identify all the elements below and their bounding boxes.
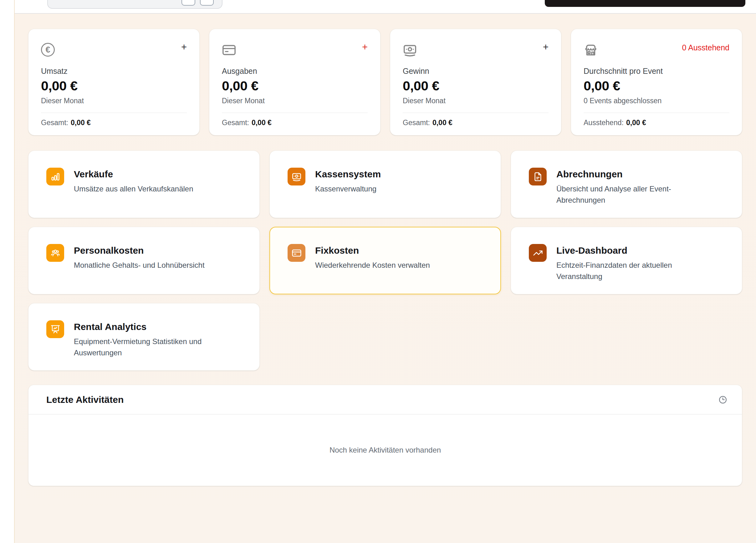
- nav-grid: Verkäufe Umsätze aus allen Verkaufskanäl…: [28, 151, 742, 371]
- trending-up-icon: [529, 244, 547, 262]
- file-text-icon: [529, 168, 547, 186]
- stat-card-ausgaben: + Ausgaben 0,00 € Dieser Monat Gesamt:0,…: [209, 29, 381, 136]
- stat-period: Dieser Monat: [222, 97, 368, 105]
- presentation-icon: [46, 320, 64, 338]
- app-root: € + Umsatz 0,00 € Dieser Monat Gesamt:0,…: [0, 0, 756, 543]
- nav-card-subtitle: Wiederkehrende Kosten verwalten: [315, 260, 430, 271]
- store-icon: [584, 43, 598, 57]
- add-umsatz-button[interactable]: +: [181, 43, 187, 52]
- stat-value: 0,00 €: [222, 78, 368, 94]
- credit-card-icon: [222, 43, 236, 57]
- activities-title: Letzte Aktivitäten: [46, 394, 124, 405]
- nav-card-title: Live-Dashboard: [556, 245, 703, 256]
- dashboard-content: € + Umsatz 0,00 € Dieser Monat Gesamt:0,…: [15, 14, 756, 543]
- ausstehend-badge: 0 Ausstehend: [682, 43, 729, 52]
- clock-icon: [718, 395, 727, 404]
- stat-footer-value: 0,00 €: [71, 119, 91, 127]
- nav-card-subtitle: Equipment-Vermietung Statistiken und Aus…: [74, 336, 221, 358]
- stat-title: Umsatz: [41, 67, 187, 76]
- nav-card-subtitle: Echtzeit-Finanzdaten der aktuellen Veran…: [556, 260, 703, 282]
- stat-period: Dieser Monat: [403, 97, 549, 105]
- stat-footer-label: Gesamt:: [403, 119, 430, 127]
- stat-value: 0,00 €: [403, 78, 549, 94]
- stat-title: Gewinn: [403, 67, 549, 76]
- activities-header: Letzte Aktivitäten: [28, 385, 742, 414]
- nav-card-text: Live-Dashboard Echtzeit-Finanzdaten der …: [556, 244, 703, 282]
- stat-footer-value: 0,00 €: [432, 119, 452, 127]
- activities-empty-message: Noch keine Aktivitäten vorhanden: [329, 446, 441, 454]
- stat-footer-value: 0,00 €: [626, 119, 646, 127]
- divider: [41, 113, 187, 113]
- nav-card-kassensystem[interactable]: Kassensystem Kassenverwaltung: [269, 151, 501, 218]
- stat-footer: Ausstehend:0,00 €: [584, 119, 729, 127]
- nav-card-text: Fixkosten Wiederkehrende Kosten verwalte…: [315, 244, 430, 271]
- bar-chart-icon: [46, 168, 64, 186]
- divider: [403, 113, 549, 113]
- stat-value: 0,00 €: [584, 78, 729, 94]
- panel-button-1[interactable]: [181, 0, 195, 6]
- nav-card-title: Personalkosten: [74, 245, 205, 256]
- nav-card-subtitle: Kassenverwaltung: [315, 183, 381, 195]
- stat-footer-label: Ausstehend:: [584, 119, 624, 127]
- add-gewinn-button[interactable]: +: [543, 43, 549, 52]
- nav-card-title: Verkäufe: [74, 168, 193, 180]
- banknote-icon: [288, 168, 305, 186]
- nav-card-subtitle: Monatliche Gehalts- und Lohnübersicht: [74, 260, 205, 271]
- euro-circle-icon: €: [41, 43, 55, 57]
- nav-card-title: Kassensystem: [315, 168, 381, 180]
- stat-footer: Gesamt:0,00 €: [222, 119, 368, 127]
- topbar: [15, 0, 756, 14]
- stat-value: 0,00 €: [41, 78, 187, 94]
- stats-grid: € + Umsatz 0,00 € Dieser Monat Gesamt:0,…: [28, 29, 742, 136]
- activities-body: Noch keine Aktivitäten vorhanden: [28, 414, 742, 486]
- header-dark-button[interactable]: [545, 0, 745, 7]
- nav-card-text: Abrechnungen Übersicht und Analyse aller…: [556, 168, 703, 206]
- divider: [222, 113, 368, 113]
- stat-footer-label: Gesamt:: [41, 119, 68, 127]
- nav-card-personalkosten[interactable]: Personalkosten Monatliche Gehalts- und L…: [28, 227, 260, 294]
- add-ausgaben-button[interactable]: +: [362, 43, 368, 52]
- stat-footer: Gesamt:0,00 €: [41, 119, 187, 127]
- stat-footer-label: Gesamt:: [222, 119, 249, 127]
- stat-title: Durchschnitt pro Event: [584, 67, 729, 76]
- divider: [584, 113, 729, 113]
- stat-period: 0 Events abgeschlossen: [584, 97, 729, 105]
- nav-card-subtitle: Umsätze aus allen Verkaufskanälen: [74, 183, 193, 195]
- sidebar-edge: [0, 0, 15, 543]
- credit-card-icon: [288, 244, 305, 262]
- stat-footer: Gesamt:0,00 €: [403, 119, 549, 127]
- nav-card-abrechnungen[interactable]: Abrechnungen Übersicht und Analyse aller…: [511, 151, 742, 218]
- stat-card-durchschnitt: 0 Ausstehend Durchschnitt pro Event 0,00…: [571, 29, 742, 136]
- nav-card-title: Fixkosten: [315, 245, 430, 256]
- nav-card-title: Abrechnungen: [556, 168, 703, 180]
- stat-title: Ausgaben: [222, 67, 368, 76]
- stat-card-umsatz: € + Umsatz 0,00 € Dieser Monat Gesamt:0,…: [28, 29, 200, 136]
- users-icon: [46, 244, 64, 262]
- nav-card-text: Rental Analytics Equipment-Vermietung St…: [74, 320, 221, 358]
- stat-card-gewinn: + Gewinn 0,00 € Dieser Monat Gesamt:0,00…: [390, 29, 561, 136]
- nav-card-text: Personalkosten Monatliche Gehalts- und L…: [74, 244, 205, 271]
- main-column: € + Umsatz 0,00 € Dieser Monat Gesamt:0,…: [15, 0, 756, 543]
- nav-card-live-dashboard[interactable]: Live-Dashboard Echtzeit-Finanzdaten der …: [511, 227, 742, 294]
- nav-card-subtitle: Übersicht und Analyse aller Event-Abrech…: [556, 183, 703, 206]
- stat-footer-value: 0,00 €: [252, 119, 272, 127]
- panel-button-2[interactable]: [200, 0, 214, 6]
- stat-period: Dieser Monat: [41, 97, 187, 105]
- nav-card-fixkosten[interactable]: Fixkosten Wiederkehrende Kosten verwalte…: [269, 227, 501, 294]
- search-panel[interactable]: [47, 0, 222, 9]
- nav-card-verkaeufe[interactable]: Verkäufe Umsätze aus allen Verkaufskanäl…: [28, 151, 260, 218]
- banknote-icon: [403, 43, 417, 57]
- nav-card-text: Verkäufe Umsätze aus allen Verkaufskanäl…: [74, 168, 193, 195]
- nav-card-rental-analytics[interactable]: Rental Analytics Equipment-Vermietung St…: [28, 303, 260, 371]
- nav-card-title: Rental Analytics: [74, 321, 221, 332]
- activities-panel: Letzte Aktivitäten Noch keine Aktivitäte…: [28, 385, 742, 486]
- nav-card-text: Kassensystem Kassenverwaltung: [315, 168, 381, 195]
